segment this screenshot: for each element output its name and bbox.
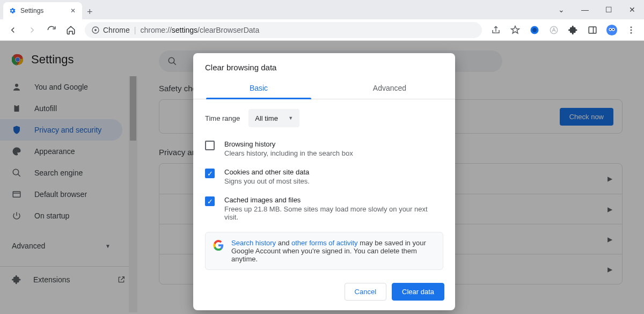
share-icon[interactable]	[487, 21, 504, 39]
sidepanel-icon[interactable]	[584, 21, 601, 39]
time-range-label: Time range	[205, 114, 240, 122]
option-desc: Clears history, including in the search …	[224, 149, 353, 157]
dialog-title: Clear browsing data	[193, 53, 455, 77]
option-desc: Signs you out of most sites.	[224, 177, 310, 185]
google-logo-icon	[213, 240, 224, 251]
svg-point-9	[610, 28, 611, 30]
maximize-icon[interactable]: ☐	[597, 0, 620, 19]
search-history-link[interactable]: Search history	[231, 239, 276, 247]
tab-advanced[interactable]: Advanced	[324, 77, 455, 99]
option-cookies[interactable]: ✓ Cookies and other site dataSigns you o…	[205, 163, 443, 191]
reload-button[interactable]	[43, 21, 60, 39]
checkbox-unchecked[interactable]	[205, 141, 215, 150]
close-window-icon[interactable]: ✕	[620, 0, 644, 19]
gear-icon	[9, 7, 16, 14]
tab-title: Settings	[20, 7, 43, 14]
extensions-icon[interactable]	[565, 21, 582, 39]
address-bar[interactable]: Chrome | chrome://settings/clearBrowserD…	[85, 22, 482, 38]
menu-icon[interactable]	[623, 21, 640, 39]
browser-toolbar: Chrome | chrome://settings/clearBrowserD…	[0, 19, 644, 41]
new-tab-button[interactable]: +	[82, 4, 97, 19]
option-browsing-history[interactable]: Browsing historyClears history, includin…	[205, 135, 443, 163]
clear-data-button[interactable]: Clear data	[392, 283, 444, 301]
title-bar: Settings ✕ + ⌄ — ☐ ✕	[0, 0, 644, 19]
svg-point-1	[94, 29, 97, 31]
option-title: Browsing history	[224, 140, 353, 148]
dialog-tabs: Basic Advanced	[193, 77, 455, 99]
extension-circle-icon[interactable]	[526, 21, 543, 39]
time-range-select[interactable]: All time	[248, 109, 299, 127]
other-activity-link[interactable]: other forms of activity	[291, 239, 358, 247]
google-account-note: Search history and other forms of activi…	[205, 232, 443, 270]
checkbox-checked[interactable]: ✓	[205, 196, 215, 206]
extension-a-icon[interactable]	[545, 21, 562, 39]
svg-point-11	[631, 26, 632, 28]
browser-tab[interactable]: Settings ✕	[3, 2, 82, 19]
svg-rect-5	[589, 27, 596, 33]
clear-browsing-data-dialog: Clear browsing data Basic Advanced Time …	[193, 53, 455, 310]
svg-point-6	[606, 24, 617, 35]
note-text: Search history and other forms of activi…	[231, 239, 435, 263]
url-text: chrome://settings/clearBrowserData	[140, 26, 259, 34]
time-range-dropdown[interactable]: All time	[248, 109, 299, 127]
time-range-row: Time range All time	[205, 104, 443, 135]
minimize-icon[interactable]: —	[573, 0, 597, 19]
svg-point-10	[612, 28, 614, 30]
site-chip: Chrome	[91, 26, 130, 34]
tab-basic[interactable]: Basic	[193, 77, 324, 99]
svg-point-3	[532, 27, 537, 32]
window-controls: ⌄ — ☐ ✕	[550, 0, 644, 19]
option-cached[interactable]: ✓ Cached images and filesFrees up 21.8 M…	[205, 191, 443, 227]
option-title: Cookies and other site data	[224, 168, 310, 176]
forward-button[interactable]	[24, 21, 41, 39]
profile-avatar-icon[interactable]	[603, 21, 620, 39]
cancel-button[interactable]: Cancel	[345, 283, 386, 301]
chevron-down-icon[interactable]: ⌄	[550, 0, 573, 19]
home-button[interactable]	[62, 21, 79, 39]
svg-point-13	[631, 32, 632, 33]
close-tab-icon[interactable]: ✕	[69, 7, 77, 14]
back-button[interactable]	[4, 21, 21, 39]
option-desc: Frees up 21.8 MB. Some sites may load mo…	[224, 205, 443, 221]
option-title: Cached images and files	[224, 196, 443, 204]
bookmark-icon[interactable]	[507, 21, 524, 39]
svg-point-12	[631, 29, 632, 31]
checkbox-checked[interactable]: ✓	[205, 169, 215, 178]
chip-separator: |	[134, 26, 136, 34]
